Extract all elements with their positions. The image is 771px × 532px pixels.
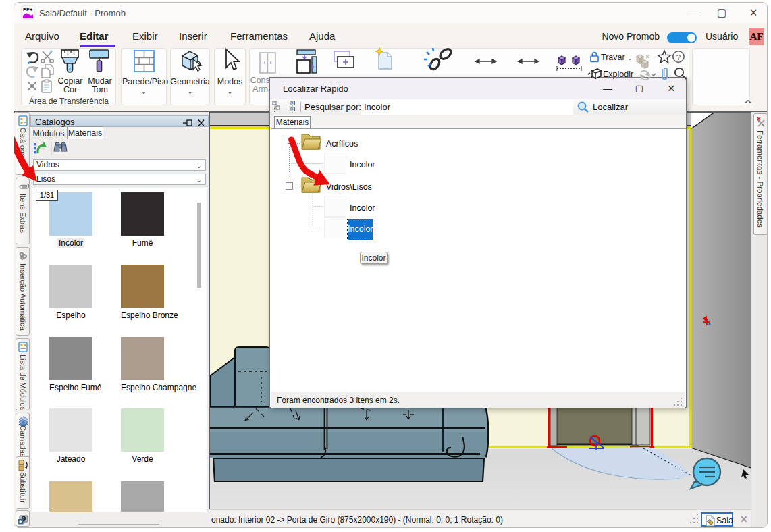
svg-text:?: ?: [676, 53, 681, 61]
